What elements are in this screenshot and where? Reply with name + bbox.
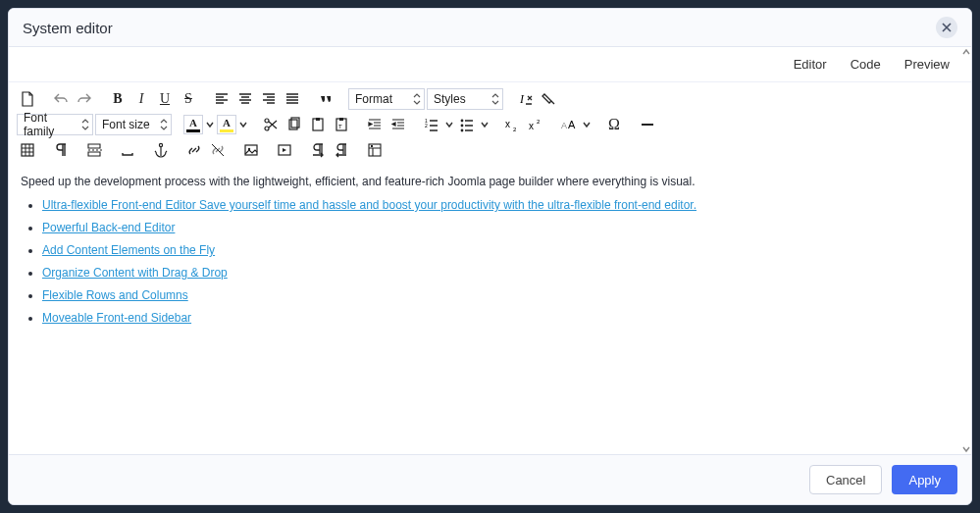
bullet-list-button[interactable]	[456, 114, 478, 135]
unlink-button[interactable]	[207, 139, 229, 161]
underline-button[interactable]: U	[154, 88, 176, 110]
bg-color-dropdown[interactable]	[238, 114, 248, 135]
superscript-button[interactable]: x2	[525, 114, 546, 135]
image-button[interactable]	[240, 139, 262, 161]
svg-rect-8	[339, 118, 343, 121]
font-size-label: Font size	[102, 118, 150, 131]
content-link[interactable]: Organize Content with Drag & Drop	[42, 266, 228, 280]
align-center-button[interactable]	[234, 88, 256, 110]
bg-color-bar	[220, 129, 233, 132]
nonbreaking-space-button[interactable]	[117, 139, 138, 161]
pilcrow-icon	[53, 142, 69, 158]
undo-icon	[53, 91, 69, 107]
paragraph-button[interactable]	[50, 139, 72, 161]
quote-icon	[318, 91, 334, 107]
tab-code[interactable]: Code	[851, 57, 881, 72]
align-left-button[interactable]	[211, 88, 232, 110]
numbered-list-button[interactable]: 12	[421, 114, 442, 135]
bidi-rtl-button[interactable]	[331, 139, 352, 161]
italic-button[interactable]: I	[130, 88, 152, 110]
content-link[interactable]: Flexible Rows and Columns	[42, 288, 188, 302]
tab-preview[interactable]: Preview	[904, 57, 950, 72]
align-justify-button[interactable]	[282, 88, 303, 110]
numbered-list-icon: 12	[424, 117, 439, 132]
modal-footer: Cancel Apply	[9, 454, 971, 504]
new-document-icon	[20, 91, 35, 107]
text-case-dropdown[interactable]	[582, 114, 592, 135]
nbsp-icon	[120, 142, 135, 158]
table-icon	[20, 142, 35, 158]
unlink-icon	[210, 142, 226, 158]
apply-button[interactable]: Apply	[892, 465, 957, 494]
outdent-button[interactable]	[387, 114, 409, 135]
align-right-icon	[261, 91, 277, 107]
text-case-button[interactable]: AA	[558, 114, 580, 135]
svg-text:2: 2	[425, 123, 428, 128]
scroll-down-icon	[961, 444, 971, 454]
content-link-list: Ultra-flexible Front-end Editor Save you…	[25, 196, 959, 327]
bullet-list-dropdown[interactable]	[480, 114, 490, 135]
strikethrough-button[interactable]: S	[178, 88, 199, 110]
cut-button[interactable]	[260, 114, 282, 135]
link-button[interactable]	[183, 139, 205, 161]
svg-text:T: T	[338, 124, 342, 129]
close-button[interactable]	[936, 17, 957, 38]
numbered-list-dropdown[interactable]	[444, 114, 454, 135]
indent-button[interactable]	[364, 114, 386, 135]
format-select[interactable]: Format	[348, 88, 425, 110]
font-size-select[interactable]: Font size	[95, 114, 172, 135]
content-link[interactable]: Ultra-flexible Front-end Editor Save you…	[42, 198, 696, 212]
font-family-select[interactable]: Font family	[17, 114, 93, 135]
template-icon	[367, 142, 383, 158]
list-item: Moveable Front-end Sidebar	[42, 309, 959, 327]
blockquote-button[interactable]	[315, 88, 336, 110]
media-icon	[277, 142, 292, 158]
media-button[interactable]	[274, 139, 295, 161]
paste-text-button[interactable]: T	[331, 114, 352, 135]
undo-button[interactable]	[50, 88, 72, 110]
format-painter-button[interactable]	[539, 88, 560, 110]
clear-formatting-button[interactable]: I	[515, 88, 537, 110]
link-icon	[186, 142, 202, 158]
editor-content[interactable]: Speed up the development process with th…	[9, 167, 971, 454]
bold-button[interactable]: B	[107, 88, 129, 110]
redo-button[interactable]	[74, 88, 95, 110]
new-document-button[interactable]	[17, 88, 38, 110]
svg-text:x: x	[505, 119, 510, 129]
toolbar-row-1: B I U S Format Styles	[17, 86, 963, 112]
page-break-button[interactable]	[83, 139, 105, 161]
caret-down-icon	[239, 121, 247, 128]
content-link[interactable]: Powerful Back-end Editor	[42, 221, 175, 234]
text-color-letter: A	[189, 118, 197, 128]
bg-color-button[interactable]: A	[217, 115, 236, 134]
content-link[interactable]: Moveable Front-end Sidebar	[42, 311, 191, 325]
text-color-dropdown[interactable]	[205, 114, 215, 135]
special-character-button[interactable]: Ω	[603, 114, 625, 135]
caret-down-icon	[206, 121, 214, 128]
align-right-button[interactable]	[258, 88, 280, 110]
align-left-icon	[214, 91, 230, 107]
styles-select[interactable]: Styles	[427, 88, 503, 110]
outdent-icon	[390, 117, 406, 132]
horizontal-rule-button[interactable]	[637, 114, 658, 135]
list-item: Add Content Elements on the Fly	[42, 241, 959, 259]
svg-rect-6	[316, 118, 320, 121]
copy-button[interactable]	[284, 114, 305, 135]
tab-editor[interactable]: Editor	[794, 57, 827, 72]
lead-text: Speed up the development process with th…	[21, 173, 959, 190]
content-link[interactable]: Add Content Elements on the Fly	[42, 243, 215, 257]
list-item: Flexible Rows and Columns	[42, 286, 959, 304]
table-button[interactable]	[17, 139, 38, 161]
paste-button[interactable]	[307, 114, 329, 135]
subscript-button[interactable]: x2	[501, 114, 523, 135]
bidi-ltr-button[interactable]	[307, 139, 329, 161]
text-color-button[interactable]: A	[183, 115, 203, 134]
insert-template-button[interactable]	[364, 139, 386, 161]
anchor-button[interactable]	[150, 139, 172, 161]
svg-text:I: I	[519, 92, 525, 106]
svg-point-22	[159, 143, 162, 146]
scrollbar[interactable]	[961, 47, 971, 454]
svg-text:2: 2	[513, 127, 517, 132]
cancel-button[interactable]: Cancel	[809, 465, 882, 494]
format-select-label: Format	[355, 92, 392, 106]
